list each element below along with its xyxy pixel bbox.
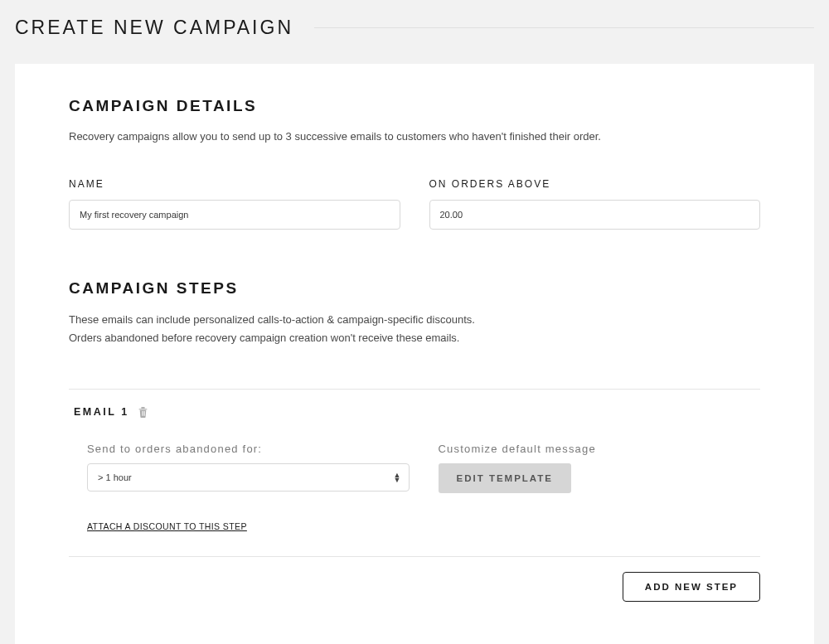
duration-column: Send to orders abandoned for: > 1 hour ▲… xyxy=(87,443,410,493)
steps-description-line2: Orders abandoned before recovery campaig… xyxy=(69,329,760,347)
attach-discount-link[interactable]: ATTACH A DISCOUNT TO THIS STEP xyxy=(87,521,247,531)
add-new-step-button[interactable]: ADD NEW STEP xyxy=(623,572,760,602)
send-label: Send to orders abandoned for: xyxy=(87,443,410,455)
customize-column: Customize default message EDIT TEMPLATE xyxy=(439,443,761,493)
customize-label: Customize default message xyxy=(439,443,761,455)
steps-heading: CAMPAIGN STEPS xyxy=(69,279,760,298)
add-step-row: ADD NEW STEP xyxy=(69,572,760,602)
name-field: NAME xyxy=(69,178,400,230)
email-step-title: EMAIL 1 xyxy=(74,406,129,418)
email-step-content: Send to orders abandoned for: > 1 hour ▲… xyxy=(74,443,760,493)
campaign-card: CAMPAIGN DETAILS Recovery campaigns allo… xyxy=(15,64,814,644)
step-bottom-divider xyxy=(69,556,760,557)
name-label: NAME xyxy=(69,178,400,190)
page-header: CREATE NEW CAMPAIGN xyxy=(0,0,829,64)
duration-select[interactable]: > 1 hour xyxy=(87,463,410,491)
edit-template-button[interactable]: EDIT TEMPLATE xyxy=(439,463,572,493)
orders-above-field: ON ORDERS ABOVE xyxy=(429,178,761,230)
name-input[interactable] xyxy=(69,200,400,230)
orders-above-input[interactable] xyxy=(429,200,761,230)
steps-description: These emails can include personalized ca… xyxy=(69,311,760,347)
steps-description-line1: These emails can include personalized ca… xyxy=(69,311,760,329)
orders-above-label: ON ORDERS ABOVE xyxy=(429,178,761,190)
details-fields-row: NAME ON ORDERS ABOVE xyxy=(69,178,760,230)
page-title: CREATE NEW CAMPAIGN xyxy=(15,17,293,39)
email-step-header: EMAIL 1 xyxy=(74,406,760,418)
duration-select-wrap: > 1 hour ▲▼ xyxy=(87,463,410,491)
details-description: Recovery campaigns allow you to send up … xyxy=(69,128,760,145)
header-divider xyxy=(314,27,814,28)
step-top-divider xyxy=(69,389,760,390)
details-heading: CAMPAIGN DETAILS xyxy=(69,97,760,115)
delete-step-icon[interactable] xyxy=(138,406,148,418)
email-step-1: EMAIL 1 Send to orders abandoned for: > … xyxy=(69,406,760,556)
